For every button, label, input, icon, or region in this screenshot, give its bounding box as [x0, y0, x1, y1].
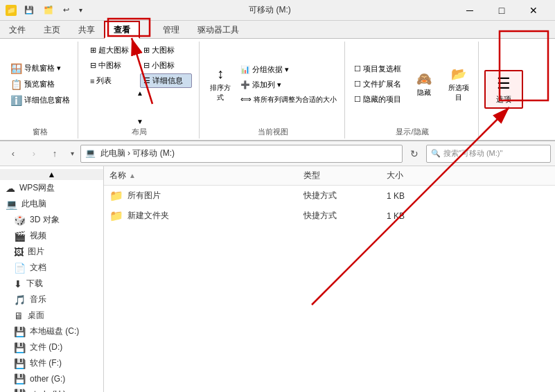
- sidebar-item-h[interactable]: 💾 study (H:): [0, 386, 103, 392]
- group-by-btn[interactable]: 📊 分组依据 ▾: [237, 62, 340, 77]
- options-btn[interactable]: ☰ 选项: [484, 70, 523, 109]
- dl-label: 下载: [26, 278, 43, 289]
- sidebar-item-music[interactable]: 🎵 音乐: [0, 292, 103, 308]
- item-checkbox-btn[interactable]: ☐ 项目复选框: [351, 62, 405, 76]
- sidebar-item-wps[interactable]: ☁ WPS网盘: [0, 180, 103, 196]
- refresh-btn[interactable]: ↻: [405, 145, 423, 163]
- list-btn[interactable]: ≡ 列表: [87, 73, 139, 88]
- c-drive-icon: 💾: [14, 326, 26, 337]
- medium-icon-btn[interactable]: ⊟ 中图标: [87, 58, 139, 73]
- folder-quick-btn[interactable]: 🗂️: [40, 4, 57, 16]
- thispc-label: 此电脑: [21, 198, 46, 210]
- nav-pane-btn[interactable]: 🪟 导航窗格 ▾: [7, 61, 73, 76]
- tab-drive[interactable]: 驱动器工具: [188, 21, 248, 39]
- cb1-icon: ☐: [354, 64, 361, 73]
- small-icon-btn[interactable]: ⊟ 小图标: [140, 58, 192, 73]
- table-row[interactable]: 📁 新建文件夹 快捷方式 1 KB: [104, 206, 555, 226]
- file-size-1: 1 KB: [381, 189, 450, 203]
- address-bar[interactable]: 💻 此电脑 › 可移动 (M:): [80, 145, 403, 163]
- docs-icon: 📄: [14, 262, 26, 274]
- preview-pane-btn[interactable]: 📋 预览窗格: [7, 77, 73, 92]
- large-icon-btn[interactable]: ⊞ 大图标: [140, 43, 192, 57]
- docs-label: 文档: [30, 262, 46, 274]
- details-btn[interactable]: ☰ 详细信息: [140, 73, 192, 88]
- details-pane-btn[interactable]: ℹ️ 详细信息窗格: [7, 93, 73, 108]
- sidebar-item-video[interactable]: 🎬 视频: [0, 228, 103, 244]
- d-label: 文件 (D:): [30, 341, 62, 353]
- col-type[interactable]: 类型: [298, 168, 381, 184]
- save-quick-btn[interactable]: 💾: [21, 4, 37, 16]
- col-name[interactable]: 名称 ▲: [104, 168, 298, 184]
- tab-share[interactable]: 共享: [69, 21, 104, 39]
- c-label: 本地磁盘 (C:): [30, 326, 79, 337]
- file-name-2: 新建文件夹: [127, 210, 169, 222]
- search-bar[interactable]: 🔍 搜索"可移动 (M:)": [426, 145, 551, 163]
- selected-items-btn[interactable]: 📂 所选项目: [443, 63, 474, 106]
- sort-group-content: ↕ 排序方式 📊 分组依据 ▾ ➕ 添加列 ▾ ⟺: [205, 43, 340, 125]
- options-group: ☰ 选项: [480, 42, 527, 139]
- recent-dropdown[interactable]: ▾: [67, 145, 78, 163]
- sidebar-item-desktop[interactable]: 🖥 桌面: [0, 308, 103, 323]
- add-col-btn[interactable]: ➕ 添加列 ▾: [237, 78, 340, 92]
- hide-btn[interactable]: 🙈 隐藏: [410, 66, 438, 103]
- minimize-btn[interactable]: ─: [454, 0, 486, 21]
- vis-group-label: 显示/隐藏: [351, 127, 474, 139]
- desktop-icon: 🖥: [14, 310, 24, 321]
- selitems-label: 所选项目: [446, 83, 472, 103]
- undo-quick-btn[interactable]: ↩: [60, 4, 73, 16]
- sidebar-item-downloads[interactable]: ⬇ 下载: [0, 276, 103, 292]
- list-icon: ≡: [90, 77, 94, 85]
- thispc-icon: 💻: [6, 199, 17, 210]
- panes-group-label: 窗格: [7, 127, 73, 139]
- sidebar-item-g[interactable]: 💾 other (G:): [0, 371, 103, 386]
- video-label: 视频: [30, 230, 46, 242]
- details-pane-label: 详细信息窗格: [24, 95, 70, 105]
- hidden-items-btn[interactable]: ☐ 隐藏的项目: [351, 92, 405, 107]
- sidebar-item-pictures[interactable]: 🖼 图片: [0, 244, 103, 260]
- h-label: study (H:): [30, 389, 66, 392]
- file-type-1: 快捷方式: [298, 188, 381, 204]
- close-btn[interactable]: ✕: [518, 0, 549, 21]
- search-icon: 🔍: [431, 149, 441, 158]
- col-size[interactable]: 大小: [381, 168, 450, 184]
- hide-label: 隐藏: [417, 88, 431, 98]
- up-btn[interactable]: ↑: [46, 145, 64, 163]
- sidebar-item-thispc[interactable]: 💻 此电脑: [0, 196, 103, 212]
- table-row[interactable]: 📁 所有图片 快捷方式 1 KB: [104, 186, 555, 206]
- tab-manage[interactable]: 管理: [154, 21, 188, 39]
- address-path: 💻 此电脑 › 可移动 (M:): [85, 148, 175, 159]
- tab-view[interactable]: 查看: [104, 21, 140, 39]
- sort-btn[interactable]: ↕ 排序方式: [205, 62, 236, 106]
- sidebar-item-docs[interactable]: 📄 文档: [0, 260, 103, 276]
- sidebar-item-3d[interactable]: 🎲 3D 对象: [0, 212, 103, 228]
- sidebar-item-f[interactable]: 💾 软件 (F:): [0, 355, 103, 371]
- el-icon: ⊞: [90, 46, 96, 55]
- nav-bar: ‹ › ↑ ▾ 💻 此电脑 › 可移动 (M:) ↻ 🔍 搜索"可移动 (M:)…: [0, 141, 555, 166]
- extra-large-icon-btn[interactable]: ⊞ 超大图标: [87, 43, 139, 57]
- ribbon-tabs: 文件 主页 共享 查看 管理 驱动器工具: [0, 21, 555, 39]
- fit-label: 将所有列调整为合适的大小: [254, 95, 337, 105]
- layout-scroll-up[interactable]: ▲: [136, 89, 143, 97]
- cb1-label: 项目复选框: [363, 64, 401, 74]
- layout-group-content: ⊞ 超大图标 ⊟ 中图标 ≡ 列表 ⊞ 大图标: [84, 43, 195, 125]
- maximize-btn[interactable]: □: [486, 0, 518, 21]
- nav-pane-label: 导航窗格 ▾: [24, 63, 61, 73]
- sidebar-scroll-up[interactable]: ▲: [0, 169, 103, 180]
- folder-icon-2: 📁: [109, 209, 123, 222]
- selitems-icon: 📂: [451, 66, 466, 82]
- sidebar-item-c[interactable]: 💾 本地磁盘 (C:): [0, 323, 103, 339]
- forward-btn[interactable]: ›: [25, 145, 43, 163]
- fit-icon: ⟺: [240, 95, 252, 104]
- sort-extra: 📊 分组依据 ▾ ➕ 添加列 ▾ ⟺ 将所有列调整为合适的大小: [237, 62, 340, 107]
- file-ext-btn[interactable]: ☐ 文件扩展名: [351, 77, 405, 91]
- fit-col-btn[interactable]: ⟺ 将所有列调整为合适的大小: [237, 93, 340, 107]
- tab-home[interactable]: 主页: [35, 21, 69, 39]
- sort-group-label: 当前视图: [205, 127, 340, 139]
- file-list: 名称 ▲ 类型 大小 📁 所有图片 快捷方式 1 KB 📁 新建文件夹 快捷方: [104, 166, 555, 392]
- back-btn[interactable]: ‹: [4, 145, 22, 163]
- sort-label: 排序方式: [207, 83, 234, 103]
- qa-dropdown[interactable]: ▾: [76, 5, 86, 15]
- sidebar-item-d[interactable]: 💾 文件 (D:): [0, 339, 103, 355]
- layout-scroll-down[interactable]: ▼: [136, 118, 143, 125]
- tab-file[interactable]: 文件: [0, 21, 35, 39]
